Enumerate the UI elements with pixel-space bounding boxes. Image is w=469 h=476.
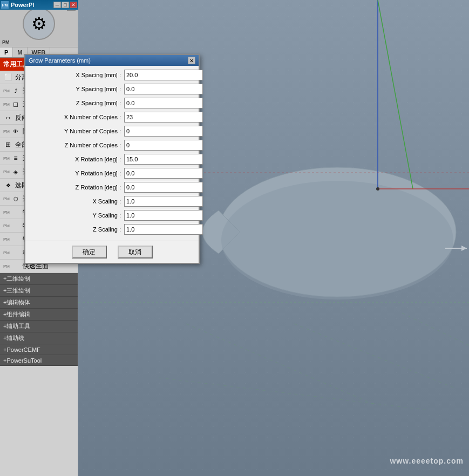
y-scaling-row: Y Scaling : [30, 209, 194, 221]
app-title-bar: PM PowerPl ─ □ ✕ [0, 0, 78, 10]
z-copies-label: Z Number of Copies : [30, 142, 124, 148]
quick-face-icon [11, 261, 21, 271]
x-rotation-label: X Rotation [deg] : [30, 156, 124, 162]
same-material-icon: ◈ [11, 167, 21, 176]
dialog-title-bar[interactable]: Grow Parameters (mm) ✕ [25, 55, 199, 66]
watermark: www.eeeetop.com [390, 457, 464, 465]
align-icon [11, 221, 21, 230]
array-icon [11, 207, 21, 217]
x-spacing-row: X Spacing [mm] : [30, 69, 194, 81]
x-copies-label: X Number of Copies : [30, 114, 124, 120]
section-edit-object[interactable]: +编辑物体 [0, 297, 78, 309]
minimize-button[interactable]: ─ [53, 2, 61, 8]
z-copies-row: Z Number of Copies : [30, 139, 194, 151]
z-spacing-input[interactable] [124, 98, 203, 108]
x-copies-input[interactable] [124, 112, 203, 123]
dialog-overlay: Grow Parameters (mm) ✕ X Spacing [mm] : … [24, 54, 200, 264]
window-controls: ─ □ ✕ [53, 2, 77, 8]
close-button[interactable]: ✕ [70, 2, 77, 8]
z-scaling-label: Z Scaling : [30, 226, 124, 233]
x-scaling-input[interactable] [124, 196, 203, 207]
z-spacing-label: Z Spacing [mm] : [30, 100, 124, 106]
hide-icon: 👁 [11, 126, 21, 136]
x-scaling-label: X Scaling : [30, 198, 124, 205]
y-copies-label: Y Number of Copies : [30, 128, 124, 134]
dialog-body: X Spacing [mm] : Y Spacing [mm] : Z Spac… [25, 66, 199, 241]
x-rotation-row: X Rotation [deg] : [30, 153, 194, 165]
svg-point-5 [221, 181, 453, 300]
z-rotation-label: Z Rotation [deg] : [30, 184, 124, 191]
section-component-edit[interactable]: +组件编辑 [0, 309, 78, 321]
invert-icon: ↔ [3, 113, 13, 123]
section-powersutool[interactable]: +PowerSuTool [0, 355, 78, 366]
section-3d-draw[interactable]: +三维绘制 [0, 285, 78, 297]
maximize-button[interactable]: □ [62, 2, 69, 8]
related-icon: ⬡ [11, 194, 21, 203]
svg-point-11 [376, 187, 379, 191]
app-logo: PM [1, 1, 9, 9]
y-rotation-input[interactable] [124, 168, 203, 179]
x-copies-row: X Number of Copies : [30, 111, 194, 123]
split-icon: ⬜ [3, 72, 13, 82]
y-spacing-input[interactable] [124, 84, 203, 94]
mirror-icon [11, 234, 21, 244]
y-rotation-row: Y Rotation [deg] : [30, 167, 194, 179]
dialog-close-button[interactable]: ✕ [188, 57, 195, 64]
y-copies-input[interactable] [124, 126, 203, 137]
ok-button[interactable]: 确定 [72, 246, 107, 259]
z-scaling-row: Z Scaling : [30, 223, 194, 235]
y-spacing-label: Y Spacing [mm] : [30, 86, 124, 92]
y-scaling-label: Y Scaling : [30, 212, 124, 219]
show-all-icon: ⊞ [3, 140, 13, 149]
tab-p[interactable]: P [0, 47, 13, 57]
same-layer-icon: ≡ [11, 153, 21, 163]
cancel-button[interactable]: 取消 [118, 246, 153, 259]
section-powercemf[interactable]: +PowerCEMF [0, 344, 78, 355]
grow-parameters-dialog: Grow Parameters (mm) ✕ X Spacing [mm] : … [24, 54, 200, 264]
dialog-title: Grow Parameters (mm) [29, 57, 91, 64]
y-scaling-input[interactable] [124, 210, 203, 221]
z-spacing-row: Z Spacing [mm] : [30, 97, 194, 109]
dialog-footer: 确定 取消 [25, 241, 199, 263]
z-copies-input[interactable] [124, 140, 203, 151]
z-scaling-input[interactable] [124, 224, 203, 235]
select-edge-icon: ⤴ [11, 86, 21, 96]
section-aux-tools[interactable]: +辅助工具 [0, 321, 78, 332]
same-component-icon: ❖ [3, 180, 13, 190]
select-area-icon: ◻ [11, 99, 21, 109]
x-rotation-input[interactable] [124, 154, 203, 165]
z-rotation-row: Z Rotation [deg] : [30, 181, 194, 193]
y-copies-row: Y Number of Copies : [30, 125, 194, 137]
z-rotation-input[interactable] [124, 182, 203, 193]
x-scaling-row: X Scaling : [30, 195, 194, 207]
y-rotation-label: Y Rotation [deg] : [30, 170, 124, 176]
app-gear-icon: ⚙ [23, 8, 55, 40]
origin-icon [11, 248, 21, 257]
y-spacing-row: Y Spacing [mm] : [30, 83, 194, 95]
x-spacing-input[interactable] [124, 70, 203, 80]
section-2d-draw[interactable]: +二维绘制 [0, 273, 78, 285]
x-spacing-label: X Spacing [mm] : [30, 72, 124, 78]
section-aux-lines[interactable]: +辅助线 [0, 332, 78, 344]
